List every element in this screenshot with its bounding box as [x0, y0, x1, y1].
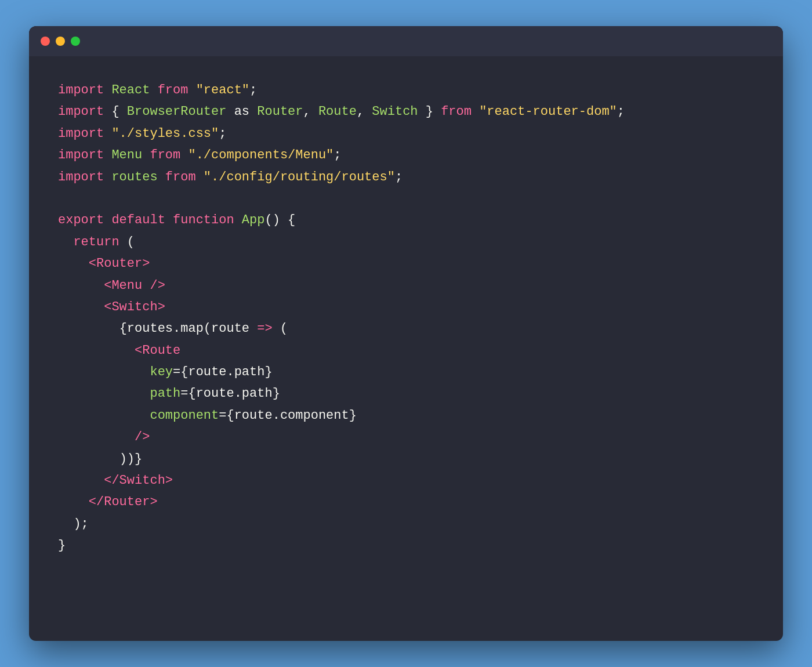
traffic-lights — [41, 37, 80, 46]
code-block: import React from "react"; import { Brow… — [58, 79, 754, 557]
close-button[interactable] — [41, 37, 50, 46]
code-area: import React from "react"; import { Brow… — [29, 56, 783, 641]
code-editor-window: import React from "react"; import { Brow… — [29, 26, 783, 641]
titlebar — [29, 26, 783, 56]
minimize-button[interactable] — [56, 37, 65, 46]
maximize-button[interactable] — [71, 37, 80, 46]
